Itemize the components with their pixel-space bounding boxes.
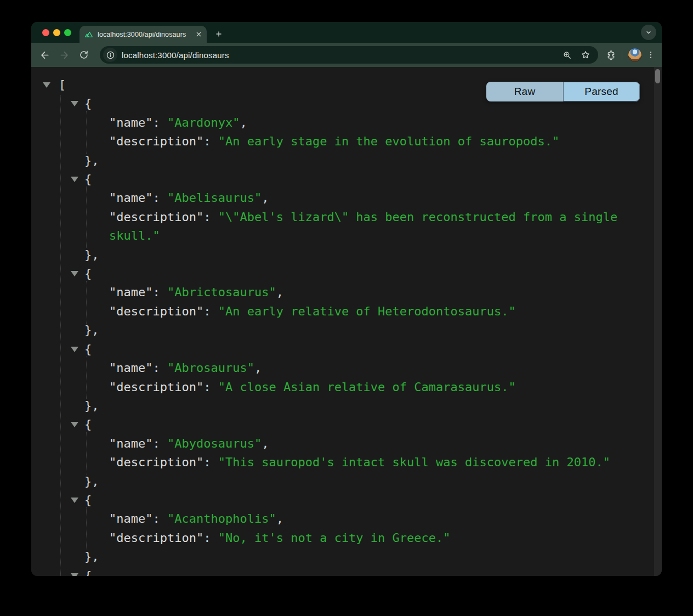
new-tab-button[interactable] xyxy=(215,30,223,38)
traffic-lights xyxy=(42,29,71,36)
json-object: { name: Abydosaurus, description: This s… xyxy=(31,415,662,491)
menu-kebab-icon[interactable] xyxy=(646,50,655,59)
json-property-description: description: No, it's not a city in Gree… xyxy=(31,529,653,547)
profile-avatar[interactable] xyxy=(628,48,642,62)
tab-title: localhost:3000/api/dinosaurs xyxy=(98,31,191,38)
collapse-arrow-icon[interactable] xyxy=(71,347,78,352)
json-tree: [ { name: Aardonyx, description: An earl… xyxy=(31,67,662,576)
json-property-name: name: Abrictosaurus, xyxy=(31,283,653,302)
json-property-description: description: A close Asian relative of C… xyxy=(31,378,653,397)
browser-toolbar: localhost:3000/api/dinosaurs xyxy=(31,43,662,67)
collapse-arrow-icon[interactable] xyxy=(71,422,78,427)
json-property-description: description: An early relative of Hetero… xyxy=(31,302,653,321)
json-property-description: description: An early stage in the evolu… xyxy=(31,132,653,151)
json-object: { name: Abrictosaurus, description: An e… xyxy=(31,264,662,340)
json-object: { name: Acanthopholis, description: No, … xyxy=(31,491,662,567)
minimize-window-button[interactable] xyxy=(53,29,60,36)
zoom-magnifier-icon[interactable] xyxy=(563,50,572,60)
json-object: { name: Aardonyx, description: An early … xyxy=(31,94,662,170)
collapse-arrow-icon[interactable] xyxy=(71,177,78,182)
json-object-partial: { xyxy=(31,567,662,576)
json-property-name: name: Abydosaurus, xyxy=(31,434,653,453)
raw-button[interactable]: Raw xyxy=(486,82,563,101)
raw-parsed-toggle: Raw Parsed xyxy=(486,82,640,101)
json-property-name: name: Acanthopholis, xyxy=(31,510,653,528)
json-object: { name: Abrosaurus, description: A close… xyxy=(31,340,662,416)
json-property-name: name: Abrosaurus, xyxy=(31,359,653,377)
tab-close-icon[interactable] xyxy=(196,31,202,37)
parsed-button[interactable]: Parsed xyxy=(563,82,640,101)
maximize-window-button[interactable] xyxy=(64,29,71,36)
scrollbar-thumb[interactable] xyxy=(655,69,660,83)
json-viewer-content: Raw Parsed [ { name: Aardonyx, descripti… xyxy=(31,67,662,576)
nuxt-favicon-icon xyxy=(84,30,93,39)
bookmark-star-icon[interactable] xyxy=(581,50,590,60)
url-text: localhost:3000/api/dinosaurs xyxy=(122,50,563,60)
forward-button[interactable] xyxy=(58,48,71,61)
browser-tab[interactable]: localhost:3000/api/dinosaurs xyxy=(79,26,207,43)
collapse-arrow-icon[interactable] xyxy=(71,101,78,106)
toolbar-divider xyxy=(622,50,622,60)
json-property-name: name: Abelisaurus, xyxy=(31,189,653,207)
json-property-name: name: Aardonyx, xyxy=(31,114,653,132)
reload-button[interactable] xyxy=(77,48,90,61)
json-property-description: description: This sauropod's intact skul… xyxy=(31,453,653,472)
json-property-description: description: \"Abel's lizard\" has been … xyxy=(31,208,653,246)
collapse-arrow-icon[interactable] xyxy=(71,573,78,576)
address-bar[interactable]: localhost:3000/api/dinosaurs xyxy=(100,46,598,64)
site-info-icon[interactable] xyxy=(103,48,117,62)
json-object: { name: Abelisaurus, description: \"Abel… xyxy=(31,170,662,264)
browser-window: localhost:3000/api/dinosaurs xyxy=(31,22,662,576)
tab-search-chevron-button[interactable] xyxy=(641,25,656,40)
collapse-arrow-icon[interactable] xyxy=(71,498,78,503)
scrollbar-track[interactable] xyxy=(654,67,662,576)
back-button[interactable] xyxy=(38,48,51,61)
omnibox-actions xyxy=(563,50,590,60)
tab-strip: localhost:3000/api/dinosaurs xyxy=(31,22,662,43)
collapse-arrow-icon[interactable] xyxy=(71,271,78,276)
collapse-arrow-icon[interactable] xyxy=(43,82,50,88)
extensions-puzzle-icon[interactable] xyxy=(606,50,616,60)
close-window-button[interactable] xyxy=(42,29,49,36)
